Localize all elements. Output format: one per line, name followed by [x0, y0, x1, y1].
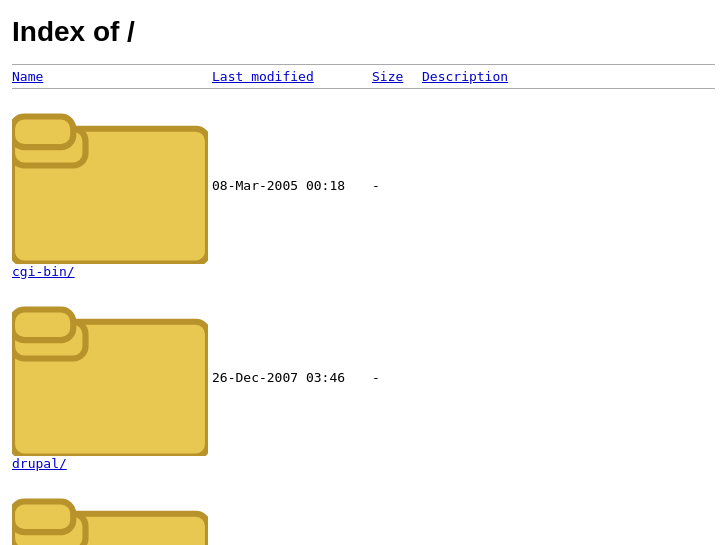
- file-modified-cell: 16-Jul-2007 23:15: [212, 474, 372, 545]
- file-modified-cell: 26-Dec-2007 03:46: [212, 282, 372, 475]
- file-size-cell: -: [372, 282, 422, 475]
- table-row: emailview/16-Jul-2007 23:15-: [12, 474, 715, 545]
- sort-by-name-link[interactable]: Name: [12, 69, 43, 84]
- file-desc-cell: [422, 474, 715, 545]
- file-size-cell: -: [372, 89, 422, 282]
- page-title: Index of /: [12, 16, 715, 48]
- file-link[interactable]: drupal/: [12, 456, 67, 471]
- file-name-cell: drupal/: [12, 282, 212, 475]
- col-header-modified: Last modified: [212, 65, 372, 89]
- file-link[interactable]: cgi-bin/: [12, 264, 75, 279]
- folder-icon: [12, 362, 212, 377]
- folder-icon: [12, 169, 212, 184]
- sort-by-modified-link[interactable]: Last modified: [212, 69, 314, 84]
- svg-rect-8: [12, 502, 73, 533]
- file-listing-table: Name Last modified Size Description cgi-…: [12, 64, 715, 545]
- sort-by-size-link[interactable]: Size: [372, 69, 403, 84]
- file-desc-cell: [422, 282, 715, 475]
- sort-by-desc-link[interactable]: Description: [422, 69, 508, 84]
- file-name-cell: emailview/: [12, 474, 212, 545]
- svg-rect-2: [12, 117, 73, 148]
- table-row: drupal/26-Dec-2007 03:46-: [12, 282, 715, 475]
- table-row: cgi-bin/08-Mar-2005 00:18-: [12, 89, 715, 282]
- svg-rect-5: [12, 309, 73, 340]
- file-name-cell: cgi-bin/: [12, 89, 212, 282]
- col-header-size: Size: [372, 65, 422, 89]
- file-size-cell: -: [372, 474, 422, 545]
- col-header-name: Name: [12, 65, 212, 89]
- col-header-description: Description: [422, 65, 715, 89]
- table-header-row: Name Last modified Size Description: [12, 65, 715, 89]
- file-desc-cell: [422, 89, 715, 282]
- file-modified-cell: 08-Mar-2005 00:18: [212, 89, 372, 282]
